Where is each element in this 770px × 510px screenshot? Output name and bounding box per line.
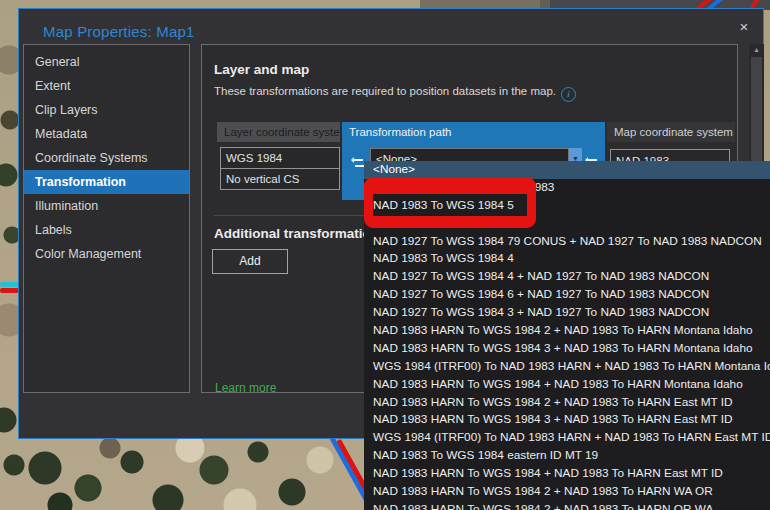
info-icon[interactable]: i bbox=[561, 87, 576, 102]
column-header-transformation-path: Transformation path bbox=[342, 122, 605, 142]
additional-transformations-title: Additional transformations bbox=[214, 226, 387, 241]
column-header-layer-cs: Layer coordinate system bbox=[217, 122, 340, 142]
dropdown-item[interactable]: NAD 1983 HARN To WGS 1984 3 + NAD 1983 T… bbox=[364, 340, 770, 358]
dropdown-item[interactable]: NAD 1983 HARN To WGS 1984 2 + NAD 1983 T… bbox=[364, 322, 770, 340]
dropdown-item[interactable]: NAD 1983 To WGS 1984 eastern ID MT 19 bbox=[364, 447, 770, 465]
sidebar-item-metadata[interactable]: Metadata bbox=[24, 122, 189, 146]
scrollbar-thumb[interactable] bbox=[751, 57, 762, 175]
map-cyan-track-line bbox=[0, 282, 19, 287]
dropdown-item[interactable]: NAD 1983 HARN To WGS 1984 2 + NAD 1983 T… bbox=[364, 501, 770, 510]
sidebar-item-color-management[interactable]: Color Management bbox=[24, 242, 189, 266]
map-red-track-line bbox=[0, 288, 19, 293]
sidebar-item-illumination[interactable]: Illumination bbox=[24, 194, 189, 218]
sidebar-item-general[interactable]: General bbox=[24, 50, 189, 74]
section-title: Layer and map bbox=[214, 62, 309, 77]
dropdown-item[interactable]: WGS 1984 (ITRF00) To NAD 1983 bbox=[364, 179, 770, 197]
sidebar-item-extent[interactable]: Extent bbox=[24, 74, 189, 98]
description-text: These transformations are required to po… bbox=[214, 85, 556, 97]
section-divider bbox=[214, 215, 364, 216]
dropdown-item[interactable]: WGS 1984 (ITRF00) To NAD 1983 HARN + NAD… bbox=[364, 429, 770, 447]
dropdown-item[interactable]: NAD 1927 To WGS 1984 3 + NAD 1927 To NAD… bbox=[364, 304, 770, 322]
dropdown-item[interactable] bbox=[364, 215, 770, 233]
dropdown-item[interactable]: NAD 1983 HARN To WGS 1984 + NAD 1983 To … bbox=[364, 376, 770, 394]
transformation-dropdown-list: <None>WGS 1984 (ITRF00) To NAD 1983NAD 1… bbox=[364, 161, 770, 510]
dialog-title: Map Properties: Map1 bbox=[43, 23, 195, 40]
sidebar-item-labels[interactable]: Labels bbox=[24, 218, 189, 242]
section-description: These transformations are required to po… bbox=[214, 85, 576, 102]
dropdown-item[interactable]: NAD 1927 To WGS 1984 6 + NAD 1927 To NAD… bbox=[364, 286, 770, 304]
dropdown-item[interactable]: NAD 1983 HARN To WGS 1984 2 + NAD 1983 T… bbox=[364, 483, 770, 501]
scrollbar-up-arrow-icon[interactable]: ▲ bbox=[749, 44, 764, 56]
sidebar-item-transformation[interactable]: Transformation bbox=[24, 170, 189, 194]
dropdown-item[interactable]: NAD 1927 To WGS 1984 79 CONUS + NAD 1927… bbox=[364, 233, 770, 251]
dropdown-item[interactable]: NAD 1983 To WGS 1984 5 bbox=[364, 197, 770, 215]
sidebar-item-coordinate-systems[interactable]: Coordinate Systems bbox=[24, 146, 189, 170]
dropdown-item[interactable]: NAD 1983 To WGS 1984 4 bbox=[364, 250, 770, 268]
dropdown-item[interactable]: NAD 1983 HARN To WGS 1984 + NAD 1983 To … bbox=[364, 465, 770, 483]
dropdown-item[interactable]: NAD 1983 HARN To WGS 1984 3 + NAD 1983 T… bbox=[364, 411, 770, 429]
close-icon[interactable]: × bbox=[733, 16, 755, 38]
sidebar-item-clip-layers[interactable]: Clip Layers bbox=[24, 98, 189, 122]
dropdown-item[interactable]: NAD 1927 To WGS 1984 4 + NAD 1927 To NAD… bbox=[364, 268, 770, 286]
learn-more-link[interactable]: Learn more bbox=[215, 381, 276, 395]
add-button[interactable]: Add bbox=[212, 249, 288, 274]
layer-cs-value: WGS 1984 bbox=[220, 147, 340, 169]
dropdown-item[interactable]: NAD 1983 HARN To WGS 1984 2 + NAD 1983 T… bbox=[364, 394, 770, 412]
dropdown-item[interactable]: WGS 1984 (ITRF00) To NAD 1983 HARN + NAD… bbox=[364, 358, 770, 376]
dropdown-item[interactable]: <None> bbox=[364, 161, 770, 179]
properties-sidebar: GeneralExtentClip LayersMetadataCoordina… bbox=[23, 44, 190, 393]
layer-vertical-cs-value: No vertical CS bbox=[220, 168, 340, 190]
column-header-map-cs: Map coordinate system bbox=[607, 122, 735, 142]
